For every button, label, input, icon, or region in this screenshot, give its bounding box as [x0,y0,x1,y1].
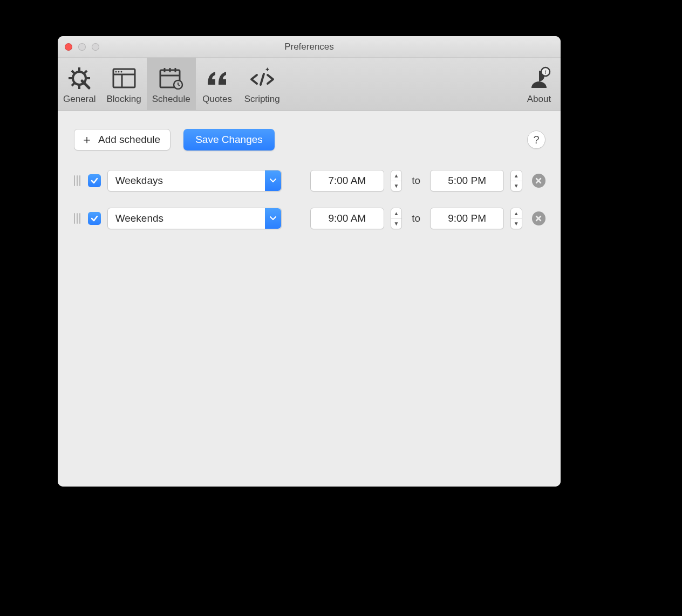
day-type-value: Weekends [115,213,163,224]
tab-label: Blocking [106,94,141,105]
end-time-stepper[interactable]: ▲ ▼ [510,208,522,229]
close-icon [535,215,542,222]
traffic-lights [58,43,99,51]
tab-label: About [527,94,551,105]
action-row: ＋ Add schedule Save Changes ? [73,129,545,150]
svg-line-24 [261,74,264,85]
chevron-down-icon [265,208,281,229]
help-icon: ? [533,134,539,146]
stepper-up-icon[interactable]: ▲ [391,208,402,219]
start-time-stepper[interactable]: ▲ ▼ [391,208,403,229]
tab-quotes[interactable]: Quotes [196,58,239,110]
schedule-row: Weekends 9:00 AM ▲ ▼ to 9:00 PM ▲ ▼ [73,208,545,229]
tab-label: Scripting [244,94,280,105]
drag-handle[interactable] [73,175,81,186]
window-title: Preferences [58,42,561,52]
tab-about[interactable]: i About [517,58,561,110]
tab-scripting[interactable]: Scripting [239,58,285,110]
tab-schedule[interactable]: Schedule [147,58,196,110]
end-time-input[interactable]: 5:00 PM [430,170,504,191]
stepper-up-icon[interactable]: ▲ [511,170,522,181]
svg-line-8 [84,71,87,73]
stepper-down-icon[interactable]: ▼ [391,181,402,191]
svg-point-15 [120,71,122,72]
start-time-value: 7:00 AM [328,175,366,187]
enabled-checkbox[interactable] [88,212,101,225]
schedule-row: Weekdays 7:00 AM ▲ ▼ to 5:00 PM ▲ ▼ [73,170,545,191]
svg-line-7 [72,83,74,86]
stepper-down-icon[interactable]: ▼ [511,181,522,191]
delete-row-button[interactable] [532,174,545,188]
quotes-icon [206,65,229,92]
schedule-pane: ＋ Add schedule Save Changes ? Weekdays [58,111,561,487]
day-type-select[interactable]: Weekdays [107,170,282,191]
tab-label: Schedule [152,94,190,105]
code-icon [249,65,275,92]
stepper-down-icon[interactable]: ▼ [511,219,522,229]
gear-icon [67,65,91,92]
minimize-window-button[interactable] [78,43,86,51]
svg-point-14 [118,71,119,72]
stepper-up-icon[interactable]: ▲ [511,208,522,219]
stepper-up-icon[interactable]: ▲ [391,170,402,181]
check-icon [91,215,98,222]
tab-label: Quotes [202,94,232,105]
close-window-button[interactable] [65,43,72,51]
svg-line-5 [72,71,74,73]
start-time-value: 9:00 AM [328,213,366,224]
svg-point-13 [115,71,117,72]
stepper-down-icon[interactable]: ▼ [391,219,402,229]
layout-icon [112,65,136,92]
tab-blocking[interactable]: Blocking [101,58,146,110]
start-time-stepper[interactable]: ▲ ▼ [391,170,403,191]
enabled-checkbox[interactable] [88,174,101,187]
save-changes-button[interactable]: Save Changes [183,129,275,150]
end-time-input[interactable]: 9:00 PM [430,208,504,229]
titlebar: Preferences [58,36,561,58]
tab-label: General [63,94,96,105]
tab-general[interactable]: General [58,58,101,110]
end-time-value: 5:00 PM [448,175,486,187]
delete-row-button[interactable] [532,211,545,225]
check-icon [91,177,98,184]
zoom-window-button[interactable] [92,43,99,51]
to-label: to [408,213,424,224]
preferences-window: Preferences [58,36,561,487]
add-schedule-label: Add schedule [98,134,160,146]
toolbar: General Blocking [58,58,561,111]
day-type-value: Weekdays [115,175,163,187]
end-time-stepper[interactable]: ▲ ▼ [510,170,522,191]
add-schedule-button[interactable]: ＋ Add schedule [74,129,170,150]
close-icon [535,177,542,184]
plus-icon: ＋ [81,134,93,146]
day-type-select[interactable]: Weekends [107,208,282,229]
help-button[interactable]: ? [527,131,545,149]
calendar-icon [159,65,183,92]
to-label: to [408,175,424,187]
about-icon: i [527,65,551,92]
save-changes-label: Save Changes [195,134,263,146]
end-time-value: 9:00 PM [448,213,486,224]
start-time-input[interactable]: 7:00 AM [310,170,384,191]
drag-handle[interactable] [73,213,81,224]
chevron-down-icon [265,170,281,191]
svg-text:i: i [544,69,546,75]
start-time-input[interactable]: 9:00 AM [310,208,384,229]
